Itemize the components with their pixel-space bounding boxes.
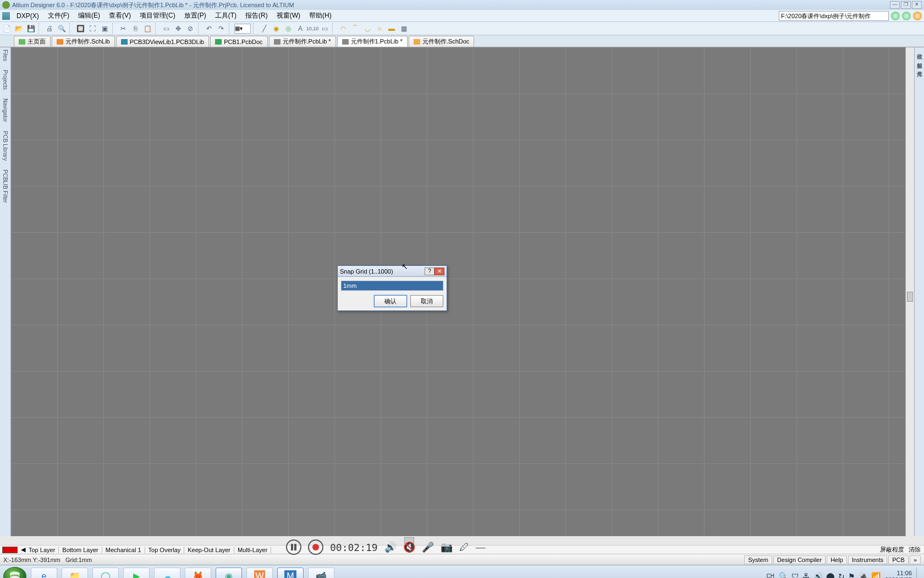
taskbar-cloud[interactable]: ☁ (154, 568, 180, 579)
new-icon[interactable]: 📄 (1, 23, 12, 34)
tab-schdoc[interactable]: 元件制作.SchDoc (409, 36, 475, 47)
tab-home[interactable]: 主页面 (14, 36, 51, 47)
tray-wifi-icon[interactable]: 📶 (871, 572, 881, 579)
tray-icons[interactable]: 🔍 🛡 🖧 🔊 ⬤ ↻ ⚑ 🔌 📶 (779, 572, 881, 579)
rect-tool-icon[interactable]: ▭ (319, 23, 330, 34)
zoom-select-icon[interactable]: ▣ (99, 23, 110, 34)
cancel-button[interactable]: 取消 (410, 295, 443, 307)
select-icon[interactable]: ▭ (161, 23, 172, 34)
arc-any-icon[interactable]: ◡ (362, 23, 373, 34)
panel-files[interactable]: Files (2, 50, 8, 61)
zoom-area-icon[interactable]: 🔲 (75, 23, 86, 34)
tray-flag-icon[interactable]: ⚑ (848, 572, 855, 579)
layer-top[interactable]: Top Layer (25, 547, 59, 553)
vertical-scrollbar[interactable] (905, 47, 914, 536)
taskbar-meeting[interactable]: M (277, 568, 304, 579)
menu-place[interactable]: 放置(P) (182, 10, 208, 21)
menu-help[interactable]: 帮助(H) (307, 10, 334, 21)
dialog-close-button[interactable]: ✕ (435, 268, 444, 275)
dialog-help-button[interactable]: ? (425, 268, 435, 275)
layer-top-overlay[interactable]: Top Overlay (145, 547, 185, 553)
text-tool-icon[interactable]: A (295, 23, 306, 34)
panel-help[interactable]: Help (827, 555, 847, 564)
menu-tools[interactable]: 工具(T) (213, 10, 239, 21)
cut-icon[interactable]: ✂ (118, 23, 129, 34)
volume-icon[interactable]: 🔊 (384, 541, 397, 553)
layer-multi[interactable]: Multi-Layer (234, 547, 271, 553)
layer-bottom[interactable]: Bottom Layer (59, 547, 102, 553)
panel-system[interactable]: System (744, 555, 772, 564)
tray-antivirus-icon[interactable]: ⬤ (826, 572, 835, 579)
arc-edge-icon[interactable]: ⌒ (350, 23, 361, 34)
panel-pcblib-filter[interactable]: PCBLIB Filter (2, 170, 8, 203)
layer-mech1[interactable]: Mechanical 1 (102, 547, 145, 553)
menu-edit[interactable]: 编辑(E) (76, 10, 102, 21)
layer-nav-left[interactable]: ◀ (21, 546, 25, 553)
panel-pcb-library[interactable]: PCB Library (2, 131, 8, 161)
maximize-button[interactable]: ❐ (901, 1, 911, 9)
redo-icon[interactable]: ↷ (216, 23, 227, 34)
panel-chevron[interactable]: » (910, 555, 921, 564)
copy-icon[interactable]: ⎘ (130, 23, 141, 34)
array-tool-icon[interactable]: ▦ (398, 23, 409, 34)
grid-value-input[interactable] (341, 281, 443, 291)
tab-3dlib[interactable]: PCB3DViewLib1.PCB3DLib (116, 36, 210, 47)
taskbar-wps[interactable]: W (246, 568, 273, 579)
webcam-icon[interactable]: 📷 (441, 541, 453, 553)
full-circle-icon[interactable]: ○ (374, 23, 385, 34)
mic-icon[interactable]: 🎤 (422, 541, 434, 553)
preview-icon[interactable]: 🔍 (56, 23, 67, 34)
taskbar-explorer[interactable]: 📁 (62, 568, 88, 579)
grid-dropdown[interactable]: ▦▾ (234, 24, 251, 34)
recorder-pause-button[interactable] (286, 539, 301, 555)
coord-tool-icon[interactable]: 10,10 (307, 23, 318, 34)
arc-center-icon[interactable]: ◠ (338, 23, 349, 34)
taskbar-fox[interactable]: 🦊 (185, 568, 211, 579)
clear-button[interactable]: 清除 (909, 546, 921, 554)
taskbar-browser[interactable]: ◯ (92, 568, 119, 579)
tab-pcbdoc[interactable]: PCB1.PcbDoc (210, 36, 267, 47)
move-icon[interactable]: ✥ (173, 23, 184, 34)
show-desktop-button[interactable] (916, 568, 921, 579)
minimize-button[interactable]: — (890, 1, 900, 9)
paste-icon[interactable]: 📋 (142, 23, 153, 34)
pcb-canvas[interactable]: Snap Grid (1..1000) ? ✕ 确认 取消 ↖ (11, 47, 905, 536)
nav-fwd-button[interactable] (902, 12, 911, 20)
recorder-stop-button[interactable] (308, 539, 323, 555)
menu-report[interactable]: 报告(R) (243, 10, 270, 21)
menu-view[interactable]: 查看(V) (107, 10, 133, 21)
tray-net-icon[interactable]: 🖧 (802, 572, 810, 579)
recent-file-dropdown[interactable]: F:\2020春课件\dxp\例子\元件制作 (779, 11, 889, 21)
pen-icon[interactable]: 🖊 (459, 542, 469, 553)
tray-search-icon[interactable]: 🔍 (779, 572, 788, 579)
ime-indicator[interactable]: CH (767, 573, 774, 578)
menu-window[interactable]: 视窗(W) (274, 10, 302, 21)
pad-tool-icon[interactable]: ◉ (271, 23, 282, 34)
panel-pcb[interactable]: PCB (888, 555, 909, 564)
tab-schlib[interactable]: 元件制作.SchLib (52, 36, 115, 47)
panel-navigator[interactable]: Navigator (2, 99, 8, 122)
line-tool-icon[interactable]: ╱ (258, 23, 270, 34)
layer-keepout[interactable]: Keep-Out Layer (184, 547, 234, 553)
taskbar-player[interactable]: ▶ (123, 568, 150, 579)
panel-projects[interactable]: Projects (2, 70, 8, 90)
taskbar-altium[interactable]: ◉ (216, 568, 242, 579)
deselect-icon[interactable]: ⊘ (185, 23, 196, 34)
save-icon[interactable]: 💾 (25, 23, 36, 34)
start-button[interactable] (3, 567, 26, 579)
print-icon[interactable]: 🖨 (44, 23, 55, 34)
menu-dxp[interactable]: DXP(X) (14, 11, 41, 21)
menu-project[interactable]: 项目管理(C) (138, 10, 178, 21)
zoom-fit-icon[interactable]: ⛶ (87, 23, 98, 34)
tray-shield-icon[interactable]: 🛡 (791, 572, 799, 579)
layer-color-swatch[interactable] (2, 547, 18, 553)
tray-vol-icon[interactable]: 🔊 (813, 572, 823, 579)
undo-icon[interactable]: ↶ (204, 23, 215, 34)
nav-back-button[interactable] (891, 12, 900, 20)
ok-button[interactable]: 确认 (374, 295, 407, 307)
open-icon[interactable]: 📂 (13, 23, 24, 34)
taskbar-ie[interactable]: e (31, 568, 57, 579)
nav-home-button[interactable] (913, 12, 922, 20)
taskbar-clock[interactable]: 11:06 2020/3/25 (885, 570, 912, 579)
mute-icon[interactable]: 🔇 (403, 541, 415, 553)
